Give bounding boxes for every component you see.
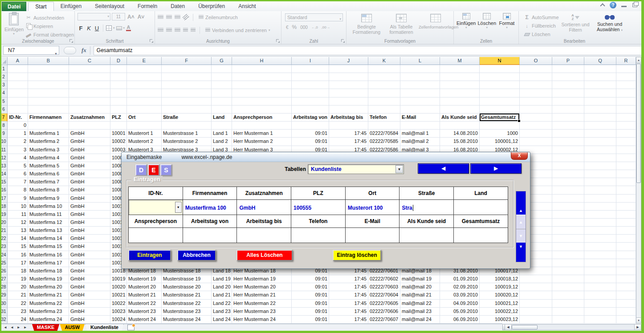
cell-Q22[interactable] — [584, 235, 616, 243]
cell-P1[interactable] — [552, 65, 584, 73]
sheet-tab-ausw[interactable]: AUSW — [60, 324, 85, 331]
cell-Q1[interactable] — [584, 65, 616, 73]
cell-P8[interactable] — [552, 122, 584, 130]
cell-P24[interactable] — [552, 251, 584, 259]
cell-R21[interactable] — [616, 227, 636, 235]
dropdown-arrow-icon[interactable]: ▼ — [175, 202, 182, 213]
cell-R11[interactable] — [616, 146, 636, 154]
button-eintragen[interactable]: Eintragen — [128, 250, 171, 261]
cell-H1[interactable] — [232, 65, 292, 73]
cell-B4[interactable] — [28, 89, 69, 97]
cell-B30[interactable]: Musterfirma 22 — [28, 300, 69, 308]
cell-H10[interactable]: Herr Musterman 2 — [232, 138, 292, 146]
cell-L9[interactable]: mail@mail 1 — [400, 130, 440, 138]
cell-E29[interactable]: Musterort 21 — [127, 291, 162, 299]
align-top-icon[interactable] — [158, 15, 163, 20]
field-input-land[interactable] — [453, 199, 508, 215]
thousands-icon[interactable]: 000 — [300, 25, 308, 30]
cell-D7[interactable]: PLZ — [110, 114, 127, 122]
cell-P14[interactable] — [552, 170, 584, 178]
cell-C3[interactable] — [69, 81, 110, 89]
cell-P16[interactable] — [552, 186, 584, 194]
cell-N8[interactable] — [480, 122, 520, 130]
mode-button-d[interactable]: D — [135, 164, 147, 176]
cell-C10[interactable]: GmbH — [69, 138, 110, 146]
borders-icon[interactable] — [106, 25, 112, 31]
tab-einf-gen[interactable]: Einfügen — [54, 2, 88, 11]
cell-A14[interactable]: 6 — [8, 170, 28, 178]
cell-P12[interactable] — [552, 154, 584, 162]
font-color-button[interactable]: A — [126, 25, 131, 31]
cell-M27[interactable]: 01.09.2010 — [440, 275, 480, 283]
cell-F9[interactable]: Musterstrasse 1 — [162, 130, 212, 138]
vertical-scrollbar[interactable]: ▲ ▼ — [636, 57, 641, 324]
paste-button[interactable]: Einfügen ▾ — [4, 13, 23, 40]
collapse-ribbon-button[interactable] — [599, 2, 606, 8]
cell-A24[interactable]: 16 — [8, 251, 28, 259]
cell-A10[interactable]: 2 — [8, 138, 28, 146]
field-input-als-kunde-seid[interactable] — [399, 227, 454, 243]
cell-P23[interactable] — [552, 243, 584, 251]
cell-C28[interactable]: GmbH — [69, 283, 110, 291]
cell-O31[interactable] — [520, 308, 552, 316]
cell-E31[interactable]: Musterort 23 — [127, 308, 162, 316]
dialog-launcher-icon[interactable] — [341, 39, 345, 43]
cell-E6[interactable] — [127, 106, 162, 114]
cell-A29[interactable]: 21 — [8, 291, 28, 299]
cell-L8[interactable] — [400, 122, 440, 130]
cell-E2[interactable] — [127, 73, 162, 81]
cell-R16[interactable] — [616, 186, 636, 194]
autosum-button[interactable]: ΣAutoSumme — [522, 13, 560, 21]
field-input-firmennamen[interactable]: Musterfirma 100 — [183, 199, 237, 215]
cell-E7[interactable]: Ort — [127, 114, 162, 122]
cell-E27[interactable]: Musterort 19 — [127, 275, 162, 283]
cell-I9[interactable]: 09:01 — [292, 130, 329, 138]
field-input-e-mail[interactable] — [345, 227, 400, 243]
cell-E28[interactable]: Musterort 20 — [127, 283, 162, 291]
cell-K9[interactable]: 02222/70584 — [368, 130, 400, 138]
cell-E4[interactable] — [127, 89, 162, 97]
cell-P26[interactable] — [552, 267, 584, 275]
formula-input[interactable]: Gesamtumsatz — [94, 46, 641, 55]
cell-J30[interactable]: 17:45 — [329, 300, 368, 308]
underline-button[interactable]: U — [94, 25, 100, 32]
column-header-P[interactable]: P — [552, 57, 584, 65]
cell-I8[interactable] — [292, 122, 329, 130]
cell-Q32[interactable] — [584, 316, 616, 324]
cell-C31[interactable]: GmbH — [69, 308, 110, 316]
font-size-select[interactable]: 11 — [112, 13, 125, 20]
cell-C13[interactable]: GmbH — [69, 162, 110, 170]
cell-R19[interactable] — [616, 211, 636, 219]
sheet-tab-kundenliste[interactable]: Kundenliste — [85, 324, 124, 331]
cell-B24[interactable]: Musterfirma 16 — [28, 251, 69, 259]
cell-B22[interactable]: Musterfirma 14 — [28, 235, 69, 243]
cell-G9[interactable]: Land 1 — [212, 130, 232, 138]
scroll-up-button[interactable]: ▲ — [636, 57, 641, 63]
cell-C30[interactable]: GmbH — [69, 300, 110, 308]
cell-D3[interactable] — [110, 81, 127, 89]
cell-R8[interactable] — [616, 122, 636, 130]
cell-A32[interactable]: 24 — [8, 316, 28, 324]
cell-G30[interactable]: Land 22 — [212, 300, 232, 308]
cell-K10[interactable]: 02222/70585 — [368, 138, 400, 146]
cell-P6[interactable] — [552, 106, 584, 114]
cell-I6[interactable] — [292, 106, 329, 114]
column-header-D[interactable]: D — [110, 57, 127, 65]
cell-G29[interactable]: Land 21 — [212, 291, 232, 299]
column-header-Q[interactable]: Q — [584, 57, 616, 65]
cell-J32[interactable]: 17:45 — [329, 316, 368, 324]
cell-F10[interactable]: Musterstrasse 2 — [162, 138, 212, 146]
cell-G6[interactable] — [212, 106, 232, 114]
help-button[interactable]: ? — [610, 2, 616, 8]
cell-R31[interactable] — [616, 308, 636, 316]
cell-F5[interactable] — [162, 97, 212, 106]
cell-J27[interactable]: 17:45 — [329, 275, 368, 283]
column-header-M[interactable]: M — [440, 57, 480, 65]
cell-A3[interactable] — [8, 81, 28, 89]
new-sheet-button[interactable] — [127, 325, 135, 330]
tab-datei[interactable]: Datei — [2, 2, 26, 11]
cell-Q25[interactable] — [584, 259, 616, 267]
cell-C9[interactable]: GmbH — [69, 130, 110, 138]
last-sheet-icon[interactable]: ► — [24, 325, 27, 329]
cell-P15[interactable] — [552, 178, 584, 186]
